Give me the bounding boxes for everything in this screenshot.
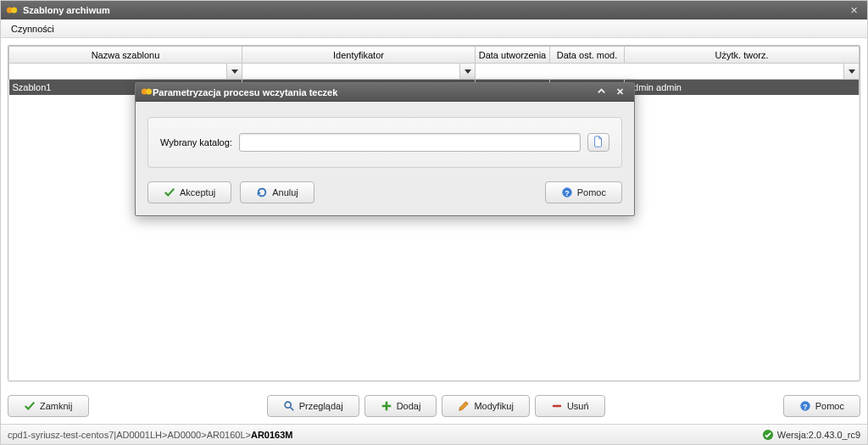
app-icon	[6, 4, 18, 16]
svg-text:?: ?	[803, 403, 807, 411]
filter-name-dropdown[interactable]	[226, 64, 242, 79]
modal-icon	[141, 86, 153, 99]
refresh-icon	[256, 186, 268, 198]
menu-czynnosci[interactable]: Czynności	[6, 22, 59, 36]
status-host: cpd1-syriusz-test-centos7	[8, 430, 114, 440]
modal-buttons: Akceptuj Anuluj ? Pomoc	[136, 173, 634, 215]
svg-rect-8	[553, 405, 562, 408]
svg-text:?: ?	[565, 189, 569, 197]
cancel-label: Anuluj	[272, 187, 298, 197]
check-icon	[164, 186, 175, 198]
help-label: Pomoc	[815, 401, 844, 411]
field-row: Wybrany katalog:	[160, 133, 609, 152]
modal-title-bar: Parametryzacja procesu wczytania teczek …	[136, 83, 634, 102]
status-bar: cpd1-syriusz-test-centos7 | AD0001LH> AD…	[1, 424, 867, 444]
help-icon: ?	[561, 186, 573, 198]
filter-ident[interactable]	[242, 64, 459, 79]
main-window: Szablony archiwum ✕ Czynności Nazwa szab…	[0, 0, 868, 445]
check-icon	[24, 400, 36, 412]
breadcrumb-2: AD0000	[167, 430, 201, 440]
close-button[interactable]: Zamknij	[8, 395, 89, 417]
breadcrumb-3: AR0160L	[207, 430, 246, 440]
filter-user-dropdown[interactable]	[843, 64, 859, 79]
filter-ident-dropdown[interactable]	[459, 64, 475, 79]
svg-line-7	[290, 408, 293, 411]
modify-label: Modyfikuj	[474, 401, 513, 411]
bottom-toolbar: Zamknij Przeglądaj Dodaj Modyfikuj Usuń …	[1, 388, 867, 424]
modal-title: Parametryzacja procesu wczytania teczek	[153, 87, 592, 97]
modal-dialog: Parametryzacja procesu wczytania teczek …	[135, 82, 635, 216]
document-icon	[593, 136, 604, 149]
title-bar: Szablony archiwum ✕	[1, 1, 867, 19]
help-icon: ?	[799, 400, 811, 412]
catalog-input-wrap	[239, 133, 581, 152]
modal-minimize-icon[interactable]	[592, 86, 610, 97]
col-ident[interactable]: Identyfikator	[242, 47, 476, 64]
add-label: Dodaj	[397, 401, 421, 411]
col-created[interactable]: Data utworzenia	[476, 47, 550, 64]
menu-bar: Czynności	[1, 19, 867, 38]
accept-button[interactable]: Akceptuj	[147, 181, 231, 203]
svg-point-6	[285, 402, 291, 408]
content-area: Nazwa szablonu Identyfikator Data utworz…	[1, 38, 867, 388]
filter-user[interactable]	[625, 64, 843, 79]
help-button[interactable]: ? Pomoc	[783, 395, 860, 417]
add-button[interactable]: Dodaj	[364, 395, 437, 417]
delete-label: Usuń	[567, 401, 589, 411]
svg-point-3	[146, 88, 152, 94]
window-title: Szablony archiwum	[23, 5, 845, 15]
modal-close-icon[interactable]: ✕	[610, 86, 629, 97]
browse-label: Przeglądaj	[299, 401, 343, 411]
col-modified[interactable]: Data ost. mod.	[550, 47, 625, 64]
chevron-down-icon	[231, 70, 238, 74]
magnifier-icon	[283, 400, 295, 412]
filter-name[interactable]	[9, 64, 226, 79]
modal-panel: Wybrany katalog:	[147, 117, 622, 168]
breadcrumb-4: AR0163M	[251, 430, 293, 440]
close-label: Zamknij	[40, 401, 73, 411]
svg-point-1	[11, 8, 17, 14]
col-name[interactable]: Nazwa szablonu	[9, 47, 242, 64]
status-ok-icon	[762, 429, 774, 441]
catalog-label: Wybrany katalog:	[160, 137, 232, 147]
modify-button[interactable]: Modyfikuj	[442, 395, 529, 417]
version-value: 2.0.43.0_rc9	[809, 430, 860, 440]
col-user[interactable]: Użytk. tworz.	[625, 47, 860, 64]
catalog-input[interactable]	[240, 137, 580, 147]
modal-body: Wybrany katalog:	[136, 102, 634, 173]
chevron-down-icon	[465, 70, 471, 74]
browse-folder-button[interactable]	[587, 133, 609, 152]
delete-button[interactable]: Usuń	[535, 395, 605, 417]
minus-icon	[551, 400, 563, 412]
breadcrumb-1: AD0001LH	[116, 430, 162, 440]
cell-user: admin admin	[625, 80, 860, 95]
browse-button[interactable]: Przeglądaj	[267, 395, 359, 417]
cancel-button[interactable]: Anuluj	[240, 181, 314, 203]
modal-help-label: Pomoc	[577, 187, 606, 197]
close-icon[interactable]: ✕	[845, 5, 862, 16]
plus-icon	[381, 400, 392, 412]
chevron-down-icon	[849, 70, 855, 74]
version-label: Wersja:	[777, 430, 809, 440]
accept-label: Akceptuj	[180, 187, 215, 197]
modal-help-button[interactable]: ? Pomoc	[545, 181, 622, 203]
pencil-icon	[458, 400, 470, 412]
